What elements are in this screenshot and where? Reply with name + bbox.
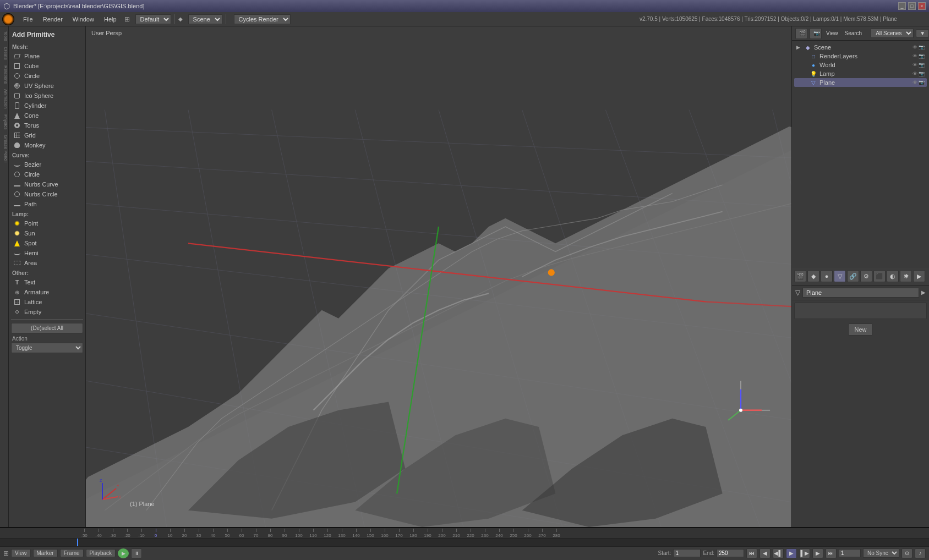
play-btn[interactable]: ▶ xyxy=(786,548,797,558)
layout-select[interactable]: Default xyxy=(135,14,171,24)
add-nurbs-circle[interactable]: Nurbs Circle xyxy=(11,189,83,199)
props-camera-btn[interactable]: 🎬 xyxy=(795,28,807,39)
blender-logo[interactable] xyxy=(2,13,14,25)
deselect-all-btn[interactable]: (De)select All xyxy=(11,323,83,333)
material-btn[interactable]: ◐ xyxy=(887,270,899,282)
world-vis-1[interactable]: 👁 xyxy=(912,62,917,68)
lamp-vis-2[interactable]: 📷 xyxy=(919,71,925,76)
tree-render-layers[interactable]: □ RenderLayers 👁 📷 xyxy=(794,52,927,61)
window-menu[interactable]: Window xyxy=(68,15,99,24)
texture-btn[interactable]: ✱ xyxy=(900,270,912,282)
object-name-input[interactable] xyxy=(802,288,919,298)
particles-btn[interactable]: ▶ xyxy=(913,270,925,282)
add-empty[interactable]: Empty xyxy=(11,307,83,317)
tree-lamp[interactable]: 💡 Lamp 👁 📷 xyxy=(794,69,927,78)
add-torus[interactable]: Torus xyxy=(11,120,83,130)
3d-viewport[interactable]: User Persp xyxy=(86,26,791,527)
animation-tab[interactable]: Animation xyxy=(1,87,8,111)
add-sun-lamp[interactable]: Sun xyxy=(11,228,83,238)
render-menu[interactable]: Render xyxy=(39,15,67,24)
physics-tab[interactable]: Physics xyxy=(1,112,8,132)
add-ico-sphere[interactable]: Ico Sphere xyxy=(11,91,83,101)
audio-btn[interactable]: ▶ xyxy=(118,548,129,558)
add-nurbs-curve[interactable]: Nurbs Curve xyxy=(11,179,83,189)
add-spot-lamp[interactable]: Spot xyxy=(11,238,83,248)
maximize-btn[interactable]: □ xyxy=(908,2,916,10)
minimize-btn[interactable]: _ xyxy=(898,2,906,10)
plane-vis-1[interactable]: 👁 xyxy=(912,80,917,85)
add-circle[interactable]: Circle xyxy=(11,71,83,81)
world-props-btn[interactable]: ● xyxy=(821,270,833,282)
add-point-lamp[interactable]: Point xyxy=(11,218,83,228)
add-armature[interactable]: ⊕ Armature xyxy=(11,287,83,297)
add-curve-circle[interactable]: Circle xyxy=(11,169,83,179)
add-cylinder[interactable]: Cylinder xyxy=(11,101,83,111)
props-render-btn[interactable]: 📷 xyxy=(810,28,822,39)
add-bezier[interactable]: Bezier xyxy=(11,160,83,169)
svg-point-29 xyxy=(739,409,742,412)
file-menu[interactable]: File xyxy=(19,15,37,24)
toggle-select[interactable]: Toggle xyxy=(11,343,83,353)
add-cone[interactable]: Cone xyxy=(11,111,83,120)
add-lattice[interactable]: Lattice xyxy=(11,297,83,307)
tl-marker-btn[interactable]: Marker xyxy=(33,549,58,557)
rl-vis-1[interactable]: 👁 xyxy=(912,53,917,59)
play-fwd-btn[interactable]: ▌▶ xyxy=(799,548,810,558)
create-tab[interactable]: Create xyxy=(1,45,8,62)
scenes-btn[interactable]: ▼ xyxy=(916,29,929,37)
tools-tab[interactable]: Tools xyxy=(1,29,8,43)
search-btn[interactable]: Search xyxy=(843,29,865,37)
add-text[interactable]: T Text xyxy=(11,277,83,287)
next-keyframe-btn[interactable]: ⏭ xyxy=(826,548,837,558)
audio2-btn[interactable]: ⏸ xyxy=(131,548,142,558)
add-area-lamp[interactable]: Area xyxy=(11,258,83,268)
tl-view-btn[interactable]: View xyxy=(11,549,31,557)
add-path[interactable]: Path xyxy=(11,199,83,209)
grease-pencil-tab[interactable]: Grease Pencil xyxy=(1,133,8,164)
ruler-mark: 160 xyxy=(378,529,392,538)
scene-props-btn[interactable]: ◆ xyxy=(807,270,819,282)
scene-vis-2[interactable]: 📷 xyxy=(919,45,925,50)
tree-plane[interactable]: ▽ Plane 👁 📷 xyxy=(794,78,927,87)
relations-tab[interactable]: Relations xyxy=(1,63,8,86)
add-grid[interactable]: Grid xyxy=(11,130,83,140)
world-vis-2[interactable]: 📷 xyxy=(919,62,925,68)
start-frame-input[interactable] xyxy=(673,549,701,557)
lamp-vis-1[interactable]: 👁 xyxy=(912,71,917,76)
play-back-btn[interactable]: ◀▌ xyxy=(773,548,784,558)
add-monkey[interactable]: Monkey xyxy=(11,140,83,150)
object-props-btn[interactable]: ▽ xyxy=(834,270,846,282)
engine-select[interactable]: Cycles Render xyxy=(234,14,291,24)
close-btn[interactable]: × xyxy=(918,2,926,10)
tl-playback-btn[interactable]: Playback xyxy=(86,549,116,557)
end-frame-input[interactable] xyxy=(717,549,744,557)
current-frame-input[interactable] xyxy=(839,549,861,557)
add-plane[interactable]: Plane xyxy=(11,51,83,61)
sync-select[interactable]: No Sync xyxy=(863,548,899,558)
prev-keyframe-btn[interactable]: ⏮ xyxy=(746,548,757,558)
audio-sync-btn[interactable]: ♪ xyxy=(915,548,926,558)
scenes-select[interactable]: All Scenes xyxy=(871,29,914,38)
add-uv-sphere[interactable]: UV Sphere xyxy=(11,81,83,91)
help-menu[interactable]: Help xyxy=(100,15,121,24)
tree-scene[interactable]: ▶ ◆ Scene 👁 📷 xyxy=(794,43,927,52)
rl-vis-2[interactable]: 📷 xyxy=(919,53,925,59)
ruler-mark: 0 xyxy=(149,529,163,538)
view-btn[interactable]: View xyxy=(824,29,840,37)
step-fwd-btn[interactable]: ▶ xyxy=(812,548,823,558)
modifiers-btn[interactable]: ⚙ xyxy=(860,270,872,282)
sync-btn[interactable]: ⊙ xyxy=(901,548,912,558)
new-material-btn[interactable]: New xyxy=(848,323,872,336)
step-back-btn[interactable]: ◀ xyxy=(759,548,770,558)
render-props-btn[interactable]: 🎬 xyxy=(794,270,806,282)
add-cube[interactable]: Cube xyxy=(11,61,83,71)
scene-vis-1[interactable]: 👁 xyxy=(912,45,917,50)
plane-vis-2[interactable]: 📷 xyxy=(919,80,925,85)
tree-world[interactable]: ● World 👁 📷 xyxy=(794,61,927,69)
tl-frame-btn[interactable]: Frame xyxy=(60,549,84,557)
ruler-mark: 170 xyxy=(392,529,406,538)
constraints-btn[interactable]: 🔗 xyxy=(847,270,859,282)
data-props-btn[interactable]: ⬛ xyxy=(873,270,886,282)
scene-select[interactable]: Scene xyxy=(188,14,222,24)
add-hemi-lamp[interactable]: Hemi xyxy=(11,248,83,258)
